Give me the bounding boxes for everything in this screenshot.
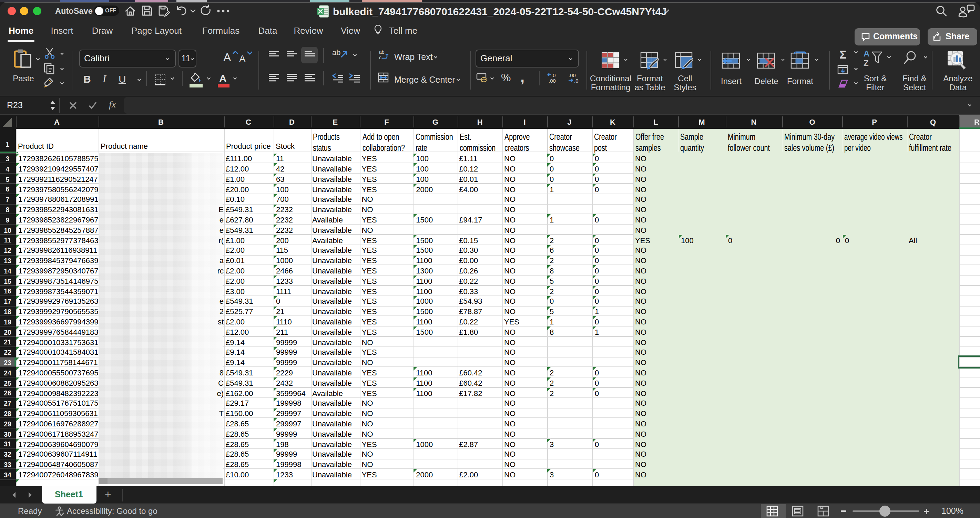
svg-text:.0: .0 (551, 72, 556, 78)
svg-text:ab: ab (379, 49, 385, 55)
svg-text:.00: .00 (569, 72, 576, 78)
svg-text:c: c (379, 55, 382, 60)
svg-text:.0: .0 (574, 78, 579, 84)
svg-text:.00: .00 (549, 78, 556, 84)
